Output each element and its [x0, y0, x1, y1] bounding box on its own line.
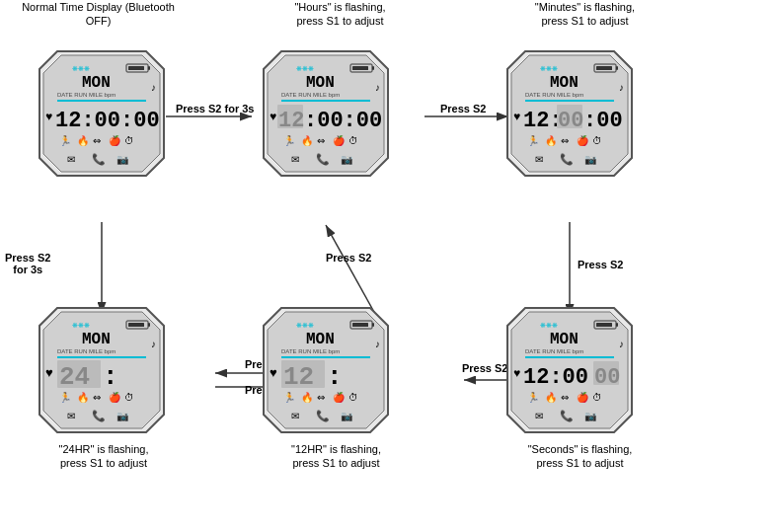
- svg-text:🍎: 🍎: [109, 134, 121, 147]
- arrow-label-press-s2-top: Press S2 for 3s: [176, 103, 255, 114]
- svg-text:♪: ♪: [375, 339, 380, 349]
- svg-text:⇔: ⇔: [93, 135, 101, 146]
- svg-text:🏃: 🏃: [59, 134, 72, 147]
- svg-text:✉: ✉: [67, 411, 75, 421]
- arrow-label-press-s2-left: Press S2for 3s: [5, 252, 50, 275]
- svg-text:♥: ♥: [270, 110, 276, 123]
- watch-top-right: ❋❋❋ ♥ ♪ MON DATE RUN MILE bpm 12: 00 :00…: [505, 49, 634, 178]
- svg-rect-63: [525, 100, 614, 102]
- svg-text:📷: 📷: [341, 410, 353, 422]
- svg-rect-16: [148, 66, 150, 70]
- svg-text:MON: MON: [550, 74, 579, 92]
- svg-text:♥: ♥: [270, 365, 277, 380]
- svg-text:📞: 📞: [92, 409, 106, 422]
- label-top-right: "Minutes" is flashing,press S1 to adjust: [508, 0, 661, 29]
- svg-rect-102: [352, 323, 368, 327]
- svg-text:⏱: ⏱: [592, 392, 602, 403]
- svg-text:♪: ♪: [151, 82, 156, 93]
- svg-text:⇔: ⇔: [561, 392, 569, 403]
- label-bottom-middle: "12HR" is flashing,press S1 to adjust: [265, 442, 408, 471]
- svg-text:🔥: 🔥: [77, 391, 90, 404]
- watch-bottom-middle: ❋❋❋ ♥ ♪ MON DATE RUN MILE bpm 12 : 🏃 🔥 ⇔…: [262, 306, 390, 434]
- svg-text:📞: 📞: [560, 409, 574, 422]
- svg-text:♪: ♪: [619, 82, 624, 93]
- svg-text:MON: MON: [82, 74, 111, 92]
- arrow-label-press-s2-middle: Press S2: [440, 103, 486, 114]
- svg-text:⏱: ⏱: [348, 135, 358, 146]
- svg-text:♥: ♥: [45, 365, 53, 380]
- watch-bottom-left: ❋❋❋ ♥ ♪ MON DATE RUN MILE bpm 24 : 🏃 🔥 ⇔…: [38, 306, 166, 434]
- svg-text:12:00:: 12:00:: [523, 365, 601, 390]
- svg-text:✉: ✉: [535, 154, 543, 165]
- svg-rect-125: [616, 323, 618, 327]
- svg-text:🔥: 🔥: [77, 134, 90, 147]
- svg-text:📷: 📷: [341, 153, 353, 166]
- arrow-label-press-s2-bottom: Press S2: [462, 362, 507, 374]
- svg-text:✉: ✉: [291, 411, 299, 421]
- svg-text:12:00:00: 12:00:00: [55, 109, 160, 133]
- svg-text:🍎: 🍎: [577, 134, 589, 147]
- label-top-middle: "Hours" is flashing,press S1 to adjust: [269, 0, 412, 29]
- svg-rect-130: [525, 356, 614, 358]
- arrow-label-press-s2-right-down: Press S2: [578, 259, 623, 270]
- svg-text:DATE  RUN  MILE  bpm: DATE RUN MILE bpm: [281, 92, 340, 98]
- svg-text:12: 12: [278, 109, 304, 133]
- svg-rect-124: [596, 323, 612, 327]
- svg-text:❋❋❋: ❋❋❋: [540, 322, 558, 329]
- svg-text:⇔: ⇔: [561, 135, 569, 146]
- watch-top-left: ❋❋❋ ♥ ♪ MON DATE RUN MILE bpm 12:00:00 🏃…: [38, 49, 166, 178]
- svg-text:🍎: 🍎: [333, 391, 346, 404]
- svg-text:🏃: 🏃: [59, 391, 72, 404]
- svg-text:🍎: 🍎: [333, 134, 346, 147]
- svg-text:❋❋❋: ❋❋❋: [72, 322, 90, 329]
- svg-text:❋❋❋: ❋❋❋: [540, 65, 558, 72]
- svg-text:MON: MON: [82, 331, 111, 348]
- svg-text:📷: 📷: [584, 153, 597, 166]
- svg-text:✉: ✉: [535, 411, 543, 421]
- label-bottom-left: "24HR" is flashing,press S1 to adjust: [30, 442, 178, 471]
- svg-text:♪: ♪: [151, 339, 156, 349]
- svg-rect-58: [616, 66, 618, 70]
- svg-rect-21: [57, 100, 146, 102]
- svg-text:🍎: 🍎: [577, 391, 589, 404]
- svg-text:📷: 📷: [116, 410, 129, 422]
- svg-rect-41: [281, 100, 370, 102]
- svg-rect-81: [148, 323, 150, 327]
- svg-text:🔥: 🔥: [545, 134, 558, 147]
- svg-text:⇔: ⇔: [317, 135, 325, 146]
- svg-text:❋❋❋: ❋❋❋: [296, 322, 314, 329]
- svg-text:00: 00: [594, 365, 620, 390]
- svg-text:♥: ♥: [45, 110, 52, 123]
- svg-text:24: 24: [59, 362, 90, 392]
- svg-rect-15: [128, 66, 144, 70]
- svg-text:🏃: 🏃: [527, 391, 540, 404]
- svg-rect-57: [596, 66, 612, 70]
- svg-text:🏃: 🏃: [527, 134, 540, 147]
- label-top-left: Normal Time Display (Bluetooth OFF): [22, 0, 175, 29]
- svg-text:📞: 📞: [92, 152, 106, 166]
- svg-text:📷: 📷: [116, 153, 129, 166]
- watch-bottom-right: ❋❋❋ ♥ ♪ MON DATE RUN MILE bpm 12:00: 00 …: [505, 306, 634, 434]
- arrow-label-press-s2-diag: Press S2: [326, 252, 371, 264]
- svg-rect-86: [57, 356, 146, 358]
- svg-text:✉: ✉: [67, 154, 75, 165]
- svg-line-8: [326, 225, 375, 314]
- svg-text:🔥: 🔥: [545, 391, 558, 404]
- svg-text:12: 12: [283, 362, 314, 392]
- svg-text:🍎: 🍎: [109, 391, 121, 404]
- svg-text:MON: MON: [550, 331, 579, 348]
- diagram: Press S2 for 3s Press S2 Press S2 Press …: [0, 0, 772, 532]
- svg-text:✉: ✉: [291, 154, 299, 165]
- svg-text:🏃: 🏃: [283, 391, 296, 404]
- svg-text:⇔: ⇔: [93, 392, 101, 403]
- svg-text::: :: [103, 362, 118, 392]
- svg-text:00: 00: [558, 109, 583, 133]
- svg-text:⏱: ⏱: [124, 135, 134, 146]
- svg-text:❋❋❋: ❋❋❋: [72, 65, 90, 72]
- svg-text:📞: 📞: [560, 152, 574, 166]
- svg-text:⏱: ⏱: [348, 392, 358, 403]
- watch-top-middle: ❋❋❋ ♥ ♪ MON DATE RUN MILE bpm 12 :00:00 …: [262, 49, 390, 178]
- svg-text::00: :00: [583, 109, 623, 133]
- svg-text:🔥: 🔥: [301, 391, 314, 404]
- svg-text:⏱: ⏱: [124, 392, 134, 403]
